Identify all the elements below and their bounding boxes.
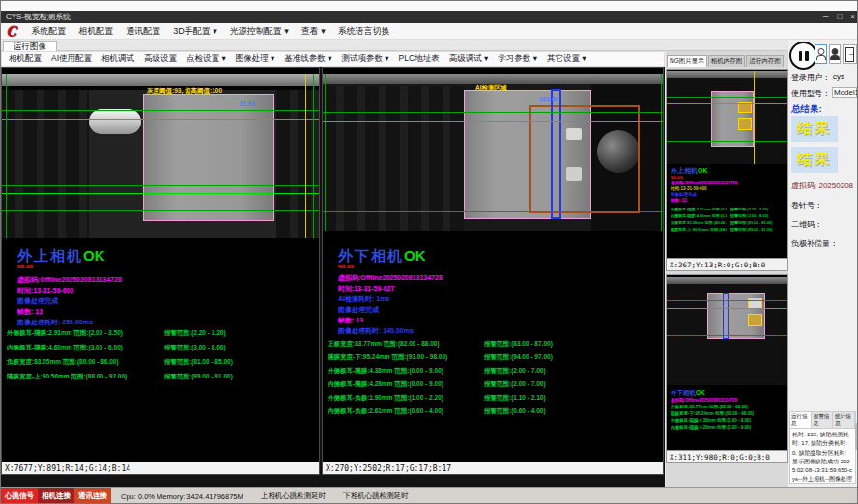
pause-icon (791, 43, 815, 68)
measurement-text: 隔膜宽度-上:90.56mm 范围:(88.00 - 92.00) (7, 373, 127, 381)
camera-connection-chip: 相机连接 (38, 488, 74, 504)
document-tab-row: 运行图像 (1, 40, 788, 51)
time-text: 时间:13-31-59-627 (338, 284, 394, 294)
highlight-spot (566, 167, 582, 181)
maximize-button[interactable]: □ (837, 13, 842, 21)
thumb2-image (667, 277, 788, 385)
camera-name: 外上相机 (17, 247, 83, 264)
toolbar-plc-address-table[interactable]: PLC地址表 (399, 53, 440, 65)
measurement-text: 内侧极耳-隔膜:4.60mm 范围:(3.00 - 6.00) (7, 344, 123, 352)
toolbar-spot-check[interactable]: 点检设置 ▾ (186, 53, 226, 65)
tab-camera-memory-image[interactable]: 相机内存图 (708, 55, 746, 67)
thumbnail-column: 外上相机OK NG:0/0 虚拟码:Offline202502081313472… (666, 67, 788, 487)
menu-item-system-config[interactable]: 系统配置 (31, 25, 66, 38)
coord-readout: X:7677;Y:891;R:14;G:14;B:14 (2, 462, 319, 474)
toolbar-image-processing[interactable]: 图像处理 ▾ (236, 53, 275, 65)
left-camera-panel: 灰度阈值:93, 齿高阈值:100 81.63 外上相机OK NG:0/0 虚拟… (1, 67, 320, 475)
logout-button[interactable] (843, 44, 857, 64)
baseline-overlay (323, 211, 664, 212)
toolbar-learning-params[interactable]: 学习参数 ▾ (498, 53, 537, 65)
baseline-overlay (2, 185, 320, 186)
minimize-button[interactable]: ─ (823, 13, 829, 21)
close-button[interactable]: × (850, 13, 855, 21)
roller (89, 109, 141, 134)
measurement-text: 外侧极耳-隔膜:2.91mm 范围:(2.00 - 3.50) (7, 329, 123, 338)
thumb1-image (667, 71, 788, 164)
menu-item-light-config[interactable]: 光源控制配置 ▾ (230, 25, 289, 38)
tab-ng-image-display[interactable]: NG图片显示 (667, 55, 707, 67)
camera-name: 外下相机 (671, 389, 696, 396)
baseline-overlay (667, 141, 788, 142)
cpu-memory-text: Cpu: 0.0% Memory: 3424.41796875M (121, 492, 243, 501)
alarm-range-text: 报警范围:(3.00 - 8.00) (164, 344, 226, 352)
alarm-range-text: 报警范围:(94.00 - 97.00) (484, 353, 553, 362)
neg-compensation-label: 负极补偿量： (791, 238, 838, 249)
vertical-guide-overlay (661, 74, 662, 231)
menu-item-3d-hand-config[interactable]: 3D手配置 ▾ (173, 25, 217, 38)
measurement-text: 正极宽度:83.77mm 范围:(82.00 - 88.00) (671, 405, 785, 409)
measure-value-overlay: 81.63 (240, 100, 255, 107)
toolbar-camera-debug[interactable]: 相机调试 (101, 53, 134, 65)
alarm-range-text: 报警范围:(1.10 - 2.10) (484, 394, 546, 403)
pause-button[interactable] (789, 42, 817, 70)
frame-count-text: 帧数: 13 (17, 307, 43, 317)
info-log-box: 运行信息 报警信息 统计信息 耗时: 222, 缺陷检测耗时: 17, 缺陷分类… (789, 411, 856, 484)
baseline-overlay (667, 308, 788, 309)
result-badge-2: 结果 (791, 147, 838, 173)
menu-item-camera-config[interactable]: 相机配置 (78, 25, 113, 38)
tab-alarm-info[interactable]: 报警信息 (813, 412, 834, 428)
measure-value-overlay: 123.80 (539, 96, 558, 102)
alarm-range-text: 报警范围:(2.20 - 3.20) (164, 329, 226, 338)
left-camera-image[interactable]: 灰度阈值:93, 齿高阈值:100 81.63 (2, 74, 320, 238)
thumbnail-panel-2[interactable]: 外下相机OK 虚拟码:Offline2025020813134728 正极宽度:… (666, 274, 788, 463)
measurement-text: 内侧极耳-负极:2.61mm 范围:(0.60 - 4.00) (328, 407, 443, 416)
threshold-overlay-label: 灰度阈值:93, 齿高阈值:100 (147, 87, 222, 96)
toolbar-test-item-params[interactable]: 测试项参数 ▾ (341, 53, 388, 65)
vertical-guide-overlay (325, 74, 326, 231)
status-bar: 心跳信号 相机连接 通讯连接 Cpu: 0.0% Memory: 3424.41… (1, 487, 858, 504)
login-user-button[interactable] (815, 44, 827, 64)
sidebar: 登录用户： cys 使用型号： Model1 总结果: 结果 结果 虚拟码: 2… (788, 40, 858, 487)
machine-beam (323, 74, 664, 84)
menu-item-view[interactable]: 查看 ▾ (301, 25, 326, 38)
measurement-text: 外侧极耳-负极:1.90mm 范围:(1.00 - 2.20) (328, 394, 443, 403)
thumbnail-tab-row: NG图片显示 相机内存图 运行内存图 (666, 51, 788, 67)
defect-marker (748, 314, 762, 326)
menu-item-comm-config[interactable]: 通讯配置 (126, 25, 160, 38)
vertical-guide-overlay (313, 74, 314, 238)
top-strip (1, 1, 858, 11)
toolbar-advanced-settings[interactable]: 高级设置 (144, 53, 177, 65)
baseline-overlay (2, 119, 320, 120)
toolbar-camera-config[interactable]: 相机配置 (9, 53, 42, 65)
baseline-overlay (667, 300, 788, 301)
toolbar-other-settings[interactable]: 其它设置 ▾ (547, 53, 586, 65)
tab-run-memory-image[interactable]: 运行内存图 (746, 55, 784, 67)
alarm-range-text: 报警范围:(83.00 - 87.00) (484, 340, 553, 349)
frame-count-text: 帧数: 13 (671, 198, 785, 203)
menu-item-language-switch[interactable]: 系统语言切换 (338, 25, 390, 38)
user-filled-icon (830, 45, 840, 63)
alarm-range-text: 报警范围:(89.00 - 91.00) (730, 227, 785, 232)
tab-stats-info[interactable]: 统计信息 (834, 412, 855, 428)
right-camera-image[interactable]: AI检测区域 123.80 (323, 74, 664, 231)
toolbar-ai-use-config[interactable]: AI使用配置 (51, 53, 92, 65)
ng-note: NG:0/0 (671, 175, 683, 180)
switch-user-button[interactable] (829, 44, 841, 64)
ai-time-text: AI检测耗时: 1ms (338, 294, 389, 304)
thumbnail-panel-1[interactable]: 外上相机OK NG:0/0 虚拟码:Offline202502081313472… (666, 69, 788, 271)
process-done-text: 图像处理完成 (338, 305, 379, 315)
camera-name: 外上相机 (671, 167, 698, 174)
camera-viewport-area: 灰度阈值:93, 齿高阈值:100 81.63 外上相机OK NG:0/0 虚拟… (1, 67, 665, 487)
toolbar-advanced-debug[interactable]: 高级调试 ▾ (449, 53, 489, 65)
lower-camera-delay-text: 下相机心跳检测延时 (343, 491, 409, 501)
status-ok: OK (698, 167, 708, 174)
window-title: CYS-视觉检测系统 (6, 12, 71, 22)
model-value-field[interactable]: Model1 (832, 87, 857, 98)
toolbar-baseline-params[interactable]: 基准线参数 ▾ (284, 53, 331, 65)
measurement-text: 外侧极耳-隔膜:2.91mm 范围:(2.00 - 3.50) (671, 207, 727, 211)
baseline-overlay (2, 110, 320, 111)
time-text: 时间:13-31-59-600 (671, 186, 785, 191)
measurement-text: 内侧极耳-隔膜:4.28mm 范围:(0.00 - 9.00) (671, 425, 785, 430)
barcode-text: 虚拟码:Offline2025020813134728 (338, 273, 443, 283)
tab-run-info[interactable]: 运行信息 (790, 412, 812, 428)
